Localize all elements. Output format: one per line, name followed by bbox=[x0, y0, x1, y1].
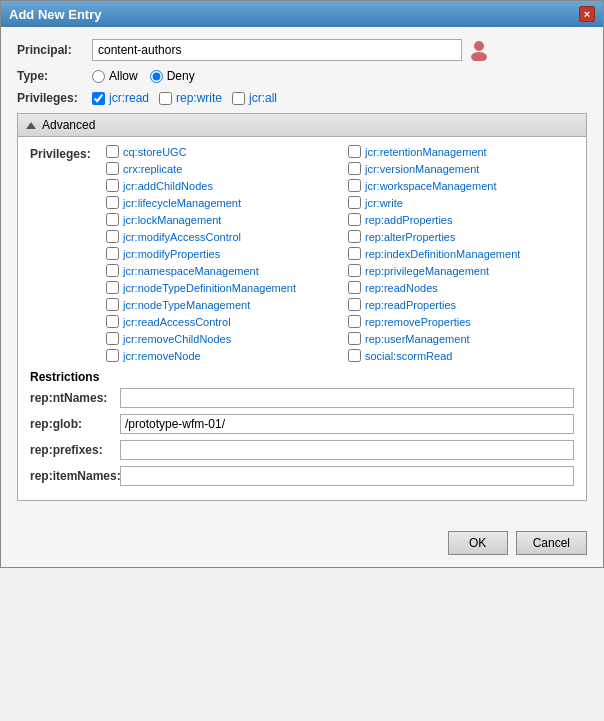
privileges-checkbox-group: jcr:read rep:write jcr:all bbox=[92, 91, 277, 105]
jcr-node-type-def-mgmt-link[interactable]: jcr:nodeTypeDefinitionManagement bbox=[123, 282, 296, 294]
jcr-remove-child-nodes-checkbox[interactable] bbox=[106, 332, 119, 345]
rep-add-properties-link[interactable]: rep:addProperties bbox=[365, 214, 452, 226]
rep-write-link[interactable]: rep:write bbox=[176, 91, 222, 105]
deny-option[interactable]: Deny bbox=[150, 69, 195, 83]
rep-user-mgmt-checkbox[interactable] bbox=[348, 332, 361, 345]
rep-write-checkbox[interactable] bbox=[159, 92, 172, 105]
jcr-read-checkbox[interactable] bbox=[92, 92, 105, 105]
crx-replicate-link[interactable]: crx:replicate bbox=[123, 163, 182, 175]
jcr-workspace-mgmt-checkbox[interactable] bbox=[348, 179, 361, 192]
crx-replicate-checkbox[interactable] bbox=[106, 162, 119, 175]
list-item: jcr:nodeTypeManagement bbox=[106, 298, 332, 311]
rep-privilege-mgmt-link[interactable]: rep:privilegeManagement bbox=[365, 265, 489, 277]
dialog-title: Add New Entry bbox=[9, 7, 101, 22]
list-item: jcr:versionManagement bbox=[348, 162, 574, 175]
jcr-read-link[interactable]: jcr:read bbox=[109, 91, 149, 105]
rep-nt-names-row: rep:ntNames: bbox=[30, 388, 574, 408]
rep-read-properties-link[interactable]: rep:readProperties bbox=[365, 299, 456, 311]
jcr-read-access-ctrl-checkbox[interactable] bbox=[106, 315, 119, 328]
collapse-arrow-icon bbox=[26, 122, 36, 129]
list-item: jcr:write bbox=[348, 196, 574, 209]
jcr-modify-access-ctrl-link[interactable]: jcr:modifyAccessControl bbox=[123, 231, 241, 243]
rep-read-nodes-link[interactable]: rep:readNodes bbox=[365, 282, 438, 294]
rep-prefixes-input[interactable] bbox=[120, 440, 574, 460]
rep-read-nodes-checkbox[interactable] bbox=[348, 281, 361, 294]
jcr-namespace-mgmt-checkbox[interactable] bbox=[106, 264, 119, 277]
jcr-all-option[interactable]: jcr:all bbox=[232, 91, 277, 105]
jcr-add-child-nodes-link[interactable]: jcr:addChildNodes bbox=[123, 180, 213, 192]
jcr-all-checkbox[interactable] bbox=[232, 92, 245, 105]
jcr-read-option[interactable]: jcr:read bbox=[92, 91, 149, 105]
jcr-retention-mgmt-link[interactable]: jcr:retentionManagement bbox=[365, 146, 487, 158]
add-new-entry-dialog: Add New Entry × Principal: Type: bbox=[0, 0, 604, 568]
principal-row: Principal: bbox=[17, 39, 587, 61]
jcr-lock-mgmt-link[interactable]: jcr:lockManagement bbox=[123, 214, 221, 226]
social-scorm-read-checkbox[interactable] bbox=[348, 349, 361, 362]
jcr-modify-access-ctrl-checkbox[interactable] bbox=[106, 230, 119, 243]
rep-remove-properties-checkbox[interactable] bbox=[348, 315, 361, 328]
rep-privilege-mgmt-checkbox[interactable] bbox=[348, 264, 361, 277]
jcr-node-type-mgmt-checkbox[interactable] bbox=[106, 298, 119, 311]
list-item: rep:readProperties bbox=[348, 298, 574, 311]
jcr-node-type-def-mgmt-checkbox[interactable] bbox=[106, 281, 119, 294]
jcr-namespace-mgmt-link[interactable]: jcr:namespaceManagement bbox=[123, 265, 259, 277]
list-item: cq:storeUGC bbox=[106, 145, 332, 158]
list-item: jcr:retentionManagement bbox=[348, 145, 574, 158]
privileges-left-column: cq:storeUGC crx:replicate jcr:addChildNo… bbox=[106, 145, 332, 362]
deny-radio[interactable] bbox=[150, 70, 163, 83]
jcr-node-type-mgmt-link[interactable]: jcr:nodeTypeManagement bbox=[123, 299, 250, 311]
jcr-read-access-ctrl-link[interactable]: jcr:readAccessControl bbox=[123, 316, 231, 328]
rep-item-names-input[interactable] bbox=[120, 466, 574, 486]
list-item: rep:readNodes bbox=[348, 281, 574, 294]
advanced-header-label: Advanced bbox=[42, 118, 95, 132]
rep-glob-input[interactable] bbox=[120, 414, 574, 434]
rep-index-def-mgmt-link[interactable]: rep:indexDefinitionManagement bbox=[365, 248, 520, 260]
jcr-lock-mgmt-checkbox[interactable] bbox=[106, 213, 119, 226]
jcr-remove-node-checkbox[interactable] bbox=[106, 349, 119, 362]
jcr-retention-mgmt-checkbox[interactable] bbox=[348, 145, 361, 158]
rep-add-properties-checkbox[interactable] bbox=[348, 213, 361, 226]
advanced-privileges-section: Privileges: cq:storeUGC crx:replicate bbox=[30, 145, 574, 362]
privileges-label: Privileges: bbox=[17, 91, 92, 105]
jcr-remove-child-nodes-link[interactable]: jcr:removeChildNodes bbox=[123, 333, 231, 345]
rep-alter-properties-checkbox[interactable] bbox=[348, 230, 361, 243]
rep-write-option[interactable]: rep:write bbox=[159, 91, 222, 105]
restrictions-title: Restrictions bbox=[30, 370, 574, 384]
jcr-write-checkbox[interactable] bbox=[348, 196, 361, 209]
rep-read-properties-checkbox[interactable] bbox=[348, 298, 361, 311]
cq-store-ugc-link[interactable]: cq:storeUGC bbox=[123, 146, 187, 158]
rep-glob-label: rep:glob: bbox=[30, 417, 120, 431]
ok-button[interactable]: OK bbox=[448, 531, 508, 555]
list-item: rep:addProperties bbox=[348, 213, 574, 226]
jcr-modify-props-checkbox[interactable] bbox=[106, 247, 119, 260]
advanced-header[interactable]: Advanced bbox=[18, 114, 586, 137]
rep-user-mgmt-link[interactable]: rep:userManagement bbox=[365, 333, 470, 345]
cq-store-ugc-checkbox[interactable] bbox=[106, 145, 119, 158]
list-item: rep:privilegeManagement bbox=[348, 264, 574, 277]
jcr-workspace-mgmt-link[interactable]: jcr:workspaceManagement bbox=[365, 180, 496, 192]
jcr-lifecycle-mgmt-link[interactable]: jcr:lifecycleManagement bbox=[123, 197, 241, 209]
list-item: rep:alterProperties bbox=[348, 230, 574, 243]
close-button[interactable]: × bbox=[579, 6, 595, 22]
jcr-modify-props-link[interactable]: jcr:modifyProperties bbox=[123, 248, 220, 260]
rep-prefixes-row: rep:prefixes: bbox=[30, 440, 574, 460]
principal-control-area bbox=[92, 39, 587, 61]
jcr-version-mgmt-link[interactable]: jcr:versionManagement bbox=[365, 163, 479, 175]
list-item: jcr:lockManagement bbox=[106, 213, 332, 226]
cancel-button[interactable]: Cancel bbox=[516, 531, 587, 555]
jcr-add-child-nodes-checkbox[interactable] bbox=[106, 179, 119, 192]
jcr-all-link[interactable]: jcr:all bbox=[249, 91, 277, 105]
jcr-lifecycle-mgmt-checkbox[interactable] bbox=[106, 196, 119, 209]
jcr-version-mgmt-checkbox[interactable] bbox=[348, 162, 361, 175]
jcr-remove-node-link[interactable]: jcr:removeNode bbox=[123, 350, 201, 362]
rep-nt-names-input[interactable] bbox=[120, 388, 574, 408]
list-item: jcr:addChildNodes bbox=[106, 179, 332, 192]
rep-index-def-mgmt-checkbox[interactable] bbox=[348, 247, 361, 260]
social-scorm-read-link[interactable]: social:scormRead bbox=[365, 350, 452, 362]
allow-option[interactable]: Allow bbox=[92, 69, 138, 83]
rep-remove-properties-link[interactable]: rep:removeProperties bbox=[365, 316, 471, 328]
principal-input[interactable] bbox=[92, 39, 462, 61]
rep-alter-properties-link[interactable]: rep:alterProperties bbox=[365, 231, 456, 243]
allow-radio[interactable] bbox=[92, 70, 105, 83]
jcr-write-link[interactable]: jcr:write bbox=[365, 197, 403, 209]
